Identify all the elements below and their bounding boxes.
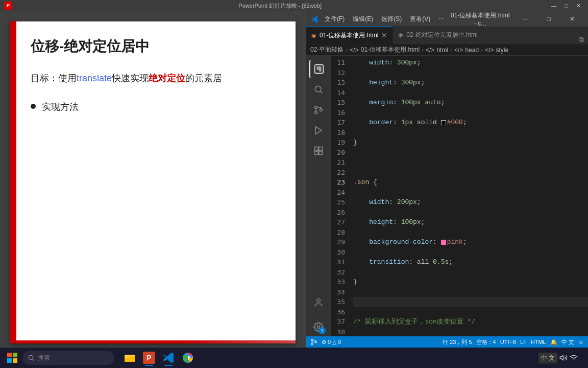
slide: 位移-绝对定位居中 目标：使用translate快速实现绝对定位的元素居 实现方… [10,21,296,343]
minimize-button[interactable]: — [548,3,559,9]
statusbar-lang[interactable]: HTML [531,339,546,345]
svg-rect-17 [13,353,17,357]
tab-01-close[interactable]: ✕ [381,31,387,39]
network-icon [570,354,578,362]
activity-run[interactable] [309,121,328,140]
menu-edit[interactable]: 编辑(E) [350,14,376,25]
svg-point-11 [317,299,321,303]
breadcrumb: 02-平面转换 › </> 01-位移基本使用.html › </> html … [306,44,588,56]
slide-bottom-bar [10,340,296,343]
line-numbers: 1112131415 1617181920 2122 23 2425262728… [331,56,349,336]
svg-rect-24 [125,356,130,358]
activity-settings[interactable] [309,318,328,336]
svg-point-12 [317,326,320,329]
code-line-11: width: 300px; [353,58,588,68]
vscode-menu[interactable]: 文件(F) 编辑(E) 选择(S) 查看(V) ··· [322,14,447,25]
svg-marker-27 [560,355,563,360]
subtitle-normal-2: 快速实现 [112,73,149,83]
code-area[interactable]: width: 300px; height: 300px; margin: 100… [349,56,588,336]
start-button[interactable] [4,350,20,366]
subtitle-keyword-absolute: 绝对定位 [149,73,185,83]
statusbar-feedback[interactable]: ☺ [578,339,584,345]
svg-point-20 [29,355,33,359]
taskbar-apps: P [120,349,197,367]
svg-line-2 [321,91,323,94]
slide-content: 位移-绝对定位居中 目标：使用translate快速实现绝对定位的元素居 实现方… [10,21,296,128]
vscode-logo [310,14,320,24]
vscode-tabs: ◉ 01-位移基本使用.html ✕ ◉ 02-绝对定位元素居中.html ⧉ [306,27,588,44]
statusbar-line[interactable]: 行 23，列 5 [443,338,472,346]
vscode-pane: 文件(F) 编辑(E) 选择(S) 查看(V) ··· 01-位移基本使用.ht… [306,11,588,348]
tab-01[interactable]: ◉ 01-位移基本使用.html ✕ [306,26,393,44]
top-bar-title: PowerPoint 幻灯片放映 - [82web] [16,2,544,10]
vscode-minimize[interactable]: ─ [513,11,537,27]
vscode-maximize[interactable]: □ [537,11,560,27]
svg-rect-9 [319,151,323,155]
slide-title: 位移-绝对定位居中 [31,37,280,56]
statusbar-encoding[interactable]: UTF-8 [500,339,516,345]
code-line-14: border: 1px solid #000; [353,118,588,128]
breadcrumb-folder: 02-平面转换 [310,45,344,54]
statusbar-errors[interactable]: ⊘ 0 △ 0 [322,339,341,346]
tab-02[interactable]: ◉ 02-绝对定位元素居中.html [393,26,483,44]
activity-account[interactable] [309,293,328,312]
menu-select[interactable]: 选择(S) [378,14,405,25]
statusbar-ime: 中 文 [561,338,574,346]
window-controls[interactable]: — □ ✕ [548,3,584,9]
activity-bar [306,56,331,336]
activity-source-control[interactable] [309,101,328,119]
breadcrumb-tag-2: </> [426,47,434,54]
code-line-19: height: 100px; [353,217,588,227]
code-editor[interactable]: 1112131415 1617181920 2122 23 2425262728… [331,56,588,336]
split-editor-icon[interactable]: ⧉ [579,35,584,44]
taskbar-right: 中 文 [538,353,584,363]
activity-search[interactable] [309,80,328,99]
app-icon: P [4,2,12,10]
close-button[interactable]: ✕ [573,3,584,9]
code-line-12: height: 300px; [353,78,588,88]
svg-rect-7 [315,147,318,151]
maximize-button[interactable]: □ [561,3,571,9]
taskbar-app-explorer[interactable] [120,349,139,367]
statusbar-notification[interactable]: 🔔 [550,339,557,346]
code-line-20: background-color: pink; [353,237,588,247]
vscode-title: 01-位移基本使用.html - c... [449,11,511,27]
slide-bullet: 实现方法 [31,101,280,113]
slide-red-bar [10,21,16,343]
vscode-close[interactable]: ✕ [560,11,584,27]
code-line-21: transition: all 0.5s; [353,257,588,267]
svg-point-4 [315,111,317,114]
tab-02-label: 02-绝对定位元素居中.html [406,31,477,39]
taskbar-search[interactable]: 搜索 [22,351,114,365]
activity-extensions[interactable] [309,142,328,160]
code-line-15: } [353,137,588,148]
taskbar-app-vscode[interactable] [159,349,178,367]
code-line-18: width: 200px; [353,197,588,208]
vscode-window-controls[interactable]: ─ □ ✕ [513,11,584,27]
slide-subtitle: 目标：使用translate快速实现绝对定位的元素居 [31,72,280,85]
svg-point-13 [311,339,313,341]
menu-file[interactable]: 文件(F) [322,14,348,25]
statusbar: ⊘ 0 △ 0 行 23，列 5 空格：4 UTF-8 LF HTML 🔔 中 … [306,336,588,348]
menu-view[interactable]: 查看(V) [407,14,433,25]
statusbar-spaces[interactable]: 空格：4 [476,338,496,346]
breadcrumb-sep-4: › [481,47,483,54]
breadcrumb-head: head [465,47,479,54]
taskbar-app-chrome[interactable] [179,349,197,367]
code-line-22: } [353,277,588,287]
top-bar: P PowerPoint 幻灯片放映 - [82web] — □ ✕ [0,0,588,11]
taskbar-app-powerpoint[interactable]: P [140,349,158,367]
statusbar-left: ⊘ 0 △ 0 [310,338,341,346]
statusbar-git[interactable] [310,338,317,346]
activity-explorer[interactable] [309,60,328,78]
taskbar-search-text: 搜索 [38,354,50,362]
breadcrumb-tag-3: </> [454,47,463,54]
menu-more[interactable]: ··· [435,14,447,25]
taskbar-ime-indicator[interactable]: 中 文 [538,353,557,363]
svg-point-1 [315,86,321,92]
code-line-13: margin: 100px auto; [353,98,588,108]
bullet-dot [31,104,36,109]
svg-marker-6 [315,127,322,134]
statusbar-eol[interactable]: LF [520,339,527,345]
breadcrumb-sep-2: › [422,47,424,54]
